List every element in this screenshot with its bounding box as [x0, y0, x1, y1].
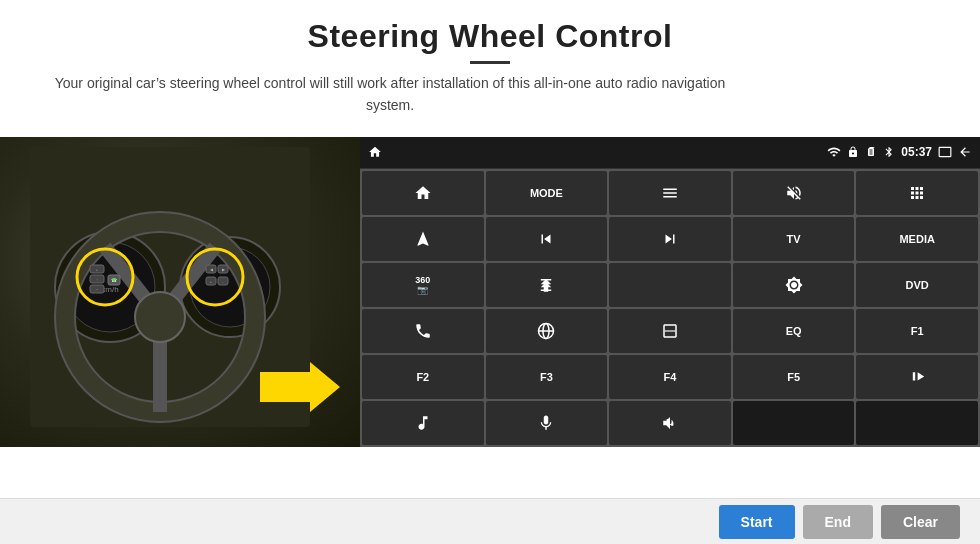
btn-brightness[interactable] — [733, 263, 855, 307]
btn-f1[interactable]: F1 — [856, 309, 978, 353]
btn-media[interactable]: MEDIA — [856, 217, 978, 261]
btn-dvd[interactable]: DVD — [856, 263, 978, 307]
btn-music[interactable] — [362, 401, 484, 445]
mirror-icon — [938, 145, 952, 159]
btn-f3[interactable]: F3 — [486, 355, 608, 399]
car-image: km/h — [0, 137, 360, 447]
start-button[interactable]: Start — [719, 505, 795, 539]
btn-f2[interactable]: F2 — [362, 355, 484, 399]
bottom-bar: Start End Clear — [0, 498, 980, 544]
android-panel: 05:37 MODE — [360, 137, 980, 447]
btn-f4[interactable]: F4 — [609, 355, 731, 399]
btn-mute[interactable] — [733, 171, 855, 215]
svg-text:☎: ☎ — [111, 277, 117, 283]
btn-browse[interactable] — [486, 309, 608, 353]
status-time: 05:37 — [901, 145, 932, 159]
btn-home[interactable] — [362, 171, 484, 215]
btn-mode[interactable]: MODE — [486, 171, 608, 215]
btn-mic[interactable] — [486, 401, 608, 445]
btn-tv[interactable]: TV — [733, 217, 855, 261]
clear-button[interactable]: Clear — [881, 505, 960, 539]
end-button[interactable]: End — [803, 505, 873, 539]
page-container: Steering Wheel Control Your original car… — [0, 0, 980, 544]
status-left — [368, 145, 382, 159]
btn-apps[interactable] — [856, 171, 978, 215]
page-subtitle: Your original car’s steering wheel contr… — [40, 72, 740, 117]
svg-marker-30 — [260, 362, 340, 412]
sim-icon — [865, 146, 877, 158]
btn-empty1 — [733, 401, 855, 445]
btn-next[interactable] — [609, 217, 731, 261]
btn-360[interactable]: 360📷 — [362, 263, 484, 307]
svg-text:↑: ↑ — [96, 277, 98, 282]
btn-eject[interactable] — [486, 263, 608, 307]
btn-nav[interactable] — [362, 217, 484, 261]
home-status-icon — [368, 145, 382, 159]
title-divider — [470, 61, 510, 64]
btn-vol-phone[interactable] — [609, 401, 731, 445]
main-content: km/h — [0, 137, 980, 498]
btn-menu[interactable] — [609, 171, 731, 215]
btn-radio[interactable] — [609, 263, 731, 307]
lock-icon — [847, 146, 859, 158]
page-title: Steering Wheel Control — [40, 18, 940, 55]
status-right: 05:37 — [827, 145, 972, 159]
control-grid: MODE TV — [360, 169, 980, 447]
wifi-icon — [827, 145, 841, 159]
svg-point-11 — [135, 292, 185, 342]
back-icon — [958, 145, 972, 159]
yellow-arrow — [260, 357, 340, 417]
header-section: Steering Wheel Control Your original car… — [0, 0, 980, 137]
btn-window[interactable] — [609, 309, 731, 353]
btn-prev[interactable] — [486, 217, 608, 261]
btn-f5[interactable]: F5 — [733, 355, 855, 399]
btn-phone[interactable] — [362, 309, 484, 353]
status-bar: 05:37 — [360, 137, 980, 169]
btn-eq[interactable]: EQ — [733, 309, 855, 353]
steering-bg: km/h — [0, 137, 360, 447]
bt-icon — [883, 146, 895, 158]
btn-playpause[interactable] — [856, 355, 978, 399]
btn-empty2 — [856, 401, 978, 445]
